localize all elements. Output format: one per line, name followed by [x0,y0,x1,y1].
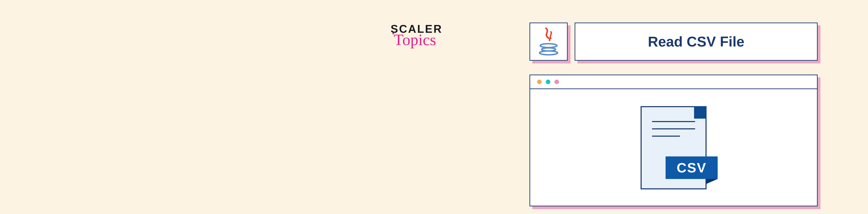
file-text-line [652,128,695,129]
java-icon [537,27,560,57]
traffic-light-zoom-icon [555,80,559,84]
traffic-light-minimize-icon [546,80,550,84]
logo-line2: Topics [394,31,442,49]
page-title: Read CSV File [648,33,744,50]
file-text-line [652,136,680,137]
browser-window: CSV [529,75,818,206]
svg-point-2 [539,51,558,55]
file-fold-corner [694,106,707,119]
header-row: Read CSV File [529,23,818,61]
window-body: CSV [530,89,817,206]
csv-file-icon: CSV [641,106,707,189]
browser-window-card: CSV [529,75,818,206]
window-titlebar [530,75,817,89]
title-card: Read CSV File [575,23,818,61]
icon-card [529,23,568,61]
file-text-line [652,121,695,122]
csv-badge-label: CSV [677,160,707,176]
csv-badge: CSV [665,156,718,179]
java-icon-box [529,23,568,61]
traffic-light-close-icon [537,80,541,84]
svg-point-0 [540,44,557,47]
scaler-topics-logo: SCALER Topics [391,23,442,49]
file-lines [652,121,695,143]
title-box: Read CSV File [575,23,818,61]
